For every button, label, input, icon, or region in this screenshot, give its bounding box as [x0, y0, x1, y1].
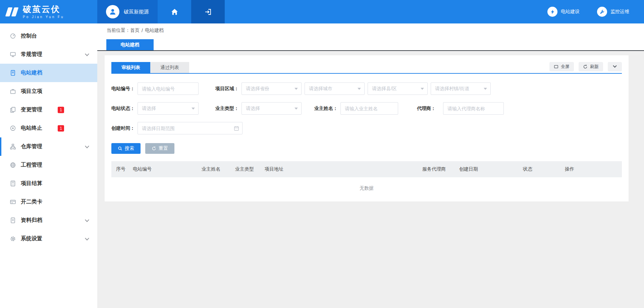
calendar-icon — [234, 126, 239, 131]
owner-name-input[interactable] — [340, 102, 398, 115]
briefcase-icon — [9, 88, 16, 95]
calculator-icon — [9, 180, 16, 187]
sidebar: 控制台 常规管理 电站建档 项目立项 变更管理 1 电站终止 1 — [0, 23, 97, 308]
content-card: 审核列表 通过列表 全屏 刷新 — [105, 55, 629, 201]
reset-icon — [152, 146, 156, 151]
sidebar-item-engineering-management[interactable]: 工程管理 — [0, 156, 97, 174]
col-project-address: 项目地址 — [261, 161, 418, 177]
sidebar-item-project-settlement[interactable]: 项目结算 — [0, 174, 97, 193]
user-menu[interactable]: 破茧新能源 — [97, 0, 158, 23]
dashboard-icon — [9, 33, 16, 40]
person-icon — [109, 8, 116, 15]
home-button[interactable] — [158, 0, 191, 23]
page-tab-bar: 电站建档 — [97, 38, 644, 51]
brand-title: 破茧云伏 — [23, 5, 64, 14]
tab-station-archive[interactable]: 电站建档 — [106, 39, 154, 50]
gear-icon — [9, 236, 16, 242]
nav-station-construction[interactable]: 电站建设 — [547, 7, 580, 17]
logout-button[interactable] — [191, 0, 225, 23]
nav-label: 监控运维 — [610, 9, 629, 15]
search-button[interactable]: 搜索 — [111, 143, 141, 154]
monitor-icon — [9, 51, 16, 58]
sitemap-icon — [9, 143, 16, 150]
col-owner-type: 业主类型 — [231, 161, 261, 177]
chevron-down-icon — [85, 236, 89, 240]
town-select[interactable]: 请选择村镇/街道 — [431, 82, 491, 95]
brand-subtitle: Po Jian Yun Fu — [23, 15, 64, 19]
fullscreen-icon — [554, 64, 558, 69]
region-label: 项目区域： — [215, 86, 241, 92]
owner-name-label: 业主姓名： — [314, 106, 340, 112]
station-status-label: 电站状态： — [111, 106, 138, 112]
date-range-input[interactable] — [138, 122, 243, 134]
archive-icon — [9, 217, 16, 224]
results-table: 序号 电站编号 业主姓名 业主类型 项目地址 服务代理商 创建日期 状态 操作 — [111, 161, 622, 177]
tab-passed-list[interactable]: 通过列表 — [150, 62, 189, 73]
stop-circle-icon — [9, 125, 16, 132]
owner-type-label: 业主类型： — [215, 106, 241, 112]
col-owner-name: 业主姓名 — [198, 161, 231, 177]
logout-icon — [205, 8, 212, 15]
brand-logo-icon — [7, 7, 19, 16]
reset-button[interactable]: 重置 — [145, 143, 174, 154]
sidebar-item-station-termination[interactable]: 电站终止 1 — [0, 119, 97, 137]
tab-review-list[interactable]: 审核列表 — [111, 62, 150, 73]
station-no-input[interactable] — [138, 82, 199, 95]
home-icon — [171, 8, 178, 16]
breadcrumb-home[interactable]: 首页 — [130, 27, 140, 34]
caret-down-icon — [421, 88, 424, 90]
search-icon — [118, 146, 122, 151]
active-indicator — [0, 137, 1, 156]
sidebar-item-project-initiation[interactable]: 项目立项 — [0, 82, 97, 101]
empty-state: 无数据 — [111, 177, 622, 196]
breadcrumb: 当前位置： 首页 / 电站建档 — [97, 23, 644, 38]
agent-label: 代理商： — [417, 106, 443, 112]
collapse-filters-button[interactable] — [608, 62, 622, 71]
col-status: 状态 — [519, 161, 561, 177]
refresh-icon — [583, 64, 588, 69]
fullscreen-button[interactable]: 全屏 — [549, 62, 574, 71]
create-time-label: 创建时间： — [111, 125, 138, 131]
refresh-button[interactable]: 刷新 — [579, 62, 603, 71]
lightning-icon — [547, 7, 557, 17]
col-index: 序号 — [111, 161, 129, 177]
breadcrumb-prefix: 当前位置： — [107, 27, 130, 34]
document-icon — [9, 70, 16, 76]
col-station-no: 电站编号 — [129, 161, 198, 177]
filter-panel: 电站编号： 项目区域： 请选择省份 请选择城市 请选择县/区 请选择村镇/街道 — [111, 82, 622, 134]
nav-label: 电站建设 — [561, 9, 580, 15]
col-service-agent: 服务代理商 — [418, 161, 455, 177]
chevron-down-icon — [85, 218, 89, 222]
wrench-icon — [597, 7, 607, 17]
card-icon — [9, 199, 16, 205]
caret-down-icon — [192, 108, 195, 110]
notification-badge: 1 — [58, 107, 64, 113]
col-actions: 操作 — [561, 161, 622, 177]
nav-monitoring-ops[interactable]: 监控运维 — [597, 7, 629, 17]
caret-down-icon — [358, 88, 361, 90]
sidebar-item-station-archive[interactable]: 电站建档 — [0, 64, 97, 82]
sidebar-item-warehouse-management[interactable]: 仓库管理 — [0, 137, 97, 156]
station-status-select[interactable]: 请选择 — [138, 102, 199, 115]
city-select[interactable]: 请选择城市 — [305, 82, 365, 95]
chevron-down-icon — [85, 52, 89, 56]
sidebar-item-change-management[interactable]: 变更管理 1 — [0, 101, 97, 119]
globe-icon — [9, 162, 16, 169]
sidebar-item-general-management[interactable]: 常规管理 — [0, 45, 97, 64]
breadcrumb-current: 电站建档 — [145, 27, 164, 34]
company-name: 破茧新能源 — [124, 9, 149, 15]
agent-input[interactable] — [443, 102, 504, 115]
col-create-date: 创建日期 — [455, 161, 519, 177]
station-no-label: 电站编号： — [111, 86, 138, 92]
sidebar-item-system-settings[interactable]: 系统设置 — [0, 230, 97, 248]
sidebar-item-data-archive[interactable]: 资料归档 — [0, 211, 97, 230]
top-header: 破茧云伏 Po Jian Yun Fu 破茧新能源 电站建设 监控 — [0, 0, 644, 23]
user-avatar — [106, 5, 119, 18]
sidebar-item-console[interactable]: 控制台 — [0, 27, 97, 45]
province-select[interactable]: 请选择省份 — [241, 82, 302, 95]
sidebar-item-open-type2-card[interactable]: 开二类卡 — [0, 193, 97, 211]
main-content: 当前位置： 首页 / 电站建档 电站建档 审核列表 通过列表 全屏 — [97, 23, 644, 308]
list-tabs: 审核列表 通过列表 全屏 刷新 — [111, 62, 622, 74]
owner-type-select[interactable]: 请选择 — [241, 102, 302, 115]
county-select[interactable]: 请选择县/区 — [368, 82, 428, 95]
